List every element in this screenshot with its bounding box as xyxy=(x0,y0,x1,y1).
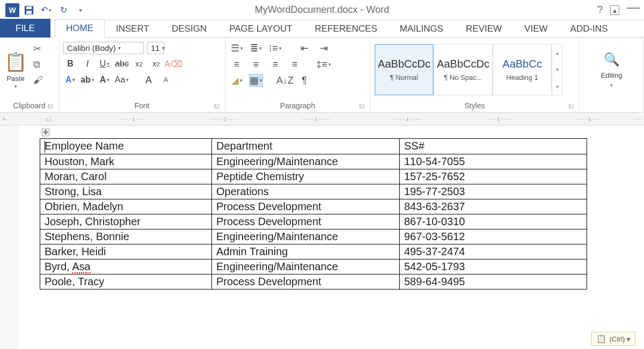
table-cell[interactable]: 589-64-9495 xyxy=(400,274,587,289)
table-cell[interactable]: Engineering/Maintenance xyxy=(212,229,400,244)
align-center-button[interactable]: ≡ xyxy=(249,58,263,71)
clear-formatting-icon[interactable]: A⌫ xyxy=(166,57,180,70)
table-cell[interactable]: Admin Training xyxy=(212,244,400,259)
table-cell[interactable]: 843-63-2637 xyxy=(400,199,587,214)
underline-button[interactable]: U xyxy=(98,57,112,70)
table-cell[interactable]: 495-37-2474 xyxy=(400,244,587,259)
style-heading-1[interactable]: AaBbCc Heading 1 xyxy=(493,44,552,95)
table-header-cell[interactable]: SS# xyxy=(400,139,587,154)
paragraph-launcher-icon[interactable]: ◱ xyxy=(358,102,365,110)
tab-page-layout[interactable]: PAGE LAYOUT xyxy=(218,20,303,38)
multilevel-list-button[interactable]: ⁝≡ xyxy=(268,42,282,55)
table-row[interactable]: Obrien, MadelynProcess Development843-63… xyxy=(40,199,587,214)
table-cell[interactable]: Peptide Chemistry xyxy=(212,169,400,184)
table-cell[interactable]: Moran, Carol xyxy=(40,169,212,184)
borders-button[interactable]: ▦ xyxy=(249,74,263,87)
font-size-combo[interactable]: 11▾ xyxy=(147,42,164,54)
justify-button[interactable]: ≡ xyxy=(288,58,302,71)
table-row[interactable]: Houston, MarkEngineering/Maintenance110-… xyxy=(40,154,587,169)
tab-file[interactable]: FILE xyxy=(0,19,50,38)
find-icon[interactable]: 🔍 xyxy=(604,52,620,67)
table-cell[interactable]: 157-25-7652 xyxy=(400,169,587,184)
styles-launcher-icon[interactable]: ◱ xyxy=(567,102,575,110)
tab-add-ins[interactable]: ADD-INS xyxy=(559,20,619,38)
tab-home[interactable]: HOME xyxy=(55,19,105,38)
decrease-indent-button[interactable]: ⇤ xyxy=(297,42,311,55)
undo-icon[interactable]: ↶ xyxy=(39,3,54,17)
table-row[interactable]: Poole, TracyProcess Development589-64-94… xyxy=(40,274,587,289)
sort-button[interactable]: A↓Z xyxy=(278,74,292,87)
table-header-cell[interactable]: Employee Name xyxy=(40,139,212,154)
tab-references[interactable]: REFERENCES xyxy=(304,20,389,38)
tab-insert[interactable]: INSERT xyxy=(105,20,160,38)
table-row[interactable]: Moran, CarolPeptide Chemistry157-25-7652 xyxy=(40,169,587,184)
font-name-combo[interactable]: Calibri (Body)▾ xyxy=(63,42,144,54)
redo-icon[interactable]: ↻ xyxy=(56,3,71,17)
align-left-button[interactable]: ≡ xyxy=(230,58,244,71)
qat-customize-icon[interactable]: ▾ xyxy=(73,3,88,17)
styles-gallery[interactable]: AaBbCcDc ¶ Normal AaBbCcDc ¶ No Spac... … xyxy=(375,40,562,100)
table-cell[interactable]: Process Development xyxy=(212,214,400,229)
employee-table[interactable]: Employee NameDepartmentSS#Houston, MarkE… xyxy=(40,138,587,289)
font-color-button[interactable]: A xyxy=(98,73,112,86)
table-cell[interactable]: Operations xyxy=(212,184,400,199)
table-cell[interactable]: Joseph, Christopher xyxy=(40,214,212,229)
vertical-ruler[interactable] xyxy=(0,125,18,349)
line-spacing-button[interactable]: ‡≡ xyxy=(317,58,331,71)
bold-button[interactable]: B xyxy=(63,57,77,70)
numbering-button[interactable]: ≣ xyxy=(249,42,263,55)
table-row[interactable]: Barker, HeidiAdmin Training495-37-2474 xyxy=(40,244,587,259)
strikethrough-button[interactable]: abc xyxy=(115,57,129,70)
horizontal-ruler[interactable]: ∟ ⌂ · · · · 1 · · · · · · · · 2 · · · · … xyxy=(0,113,644,125)
table-cell[interactable]: Process Development xyxy=(212,199,400,214)
cut-icon[interactable]: ✂ xyxy=(33,43,43,55)
shading-button[interactable]: ◢ xyxy=(230,74,244,87)
table-cell[interactable]: Engineering/Maintenance xyxy=(212,154,400,169)
table-move-handle-icon[interactable]: ✥ xyxy=(42,129,49,136)
paste-button[interactable]: 📋 Paste ▾ xyxy=(4,40,27,100)
table-cell[interactable]: 967-03-5612 xyxy=(400,229,587,244)
subscript-button[interactable]: x2 xyxy=(132,57,146,70)
style-normal[interactable]: AaBbCcDc ¶ Normal xyxy=(375,44,434,95)
increase-indent-button[interactable]: ⇥ xyxy=(317,42,331,55)
table-cell[interactable]: Byrd, Asa xyxy=(40,259,212,274)
tab-view[interactable]: VIEW xyxy=(513,20,559,38)
table-cell[interactable]: Engineering/Maintenance xyxy=(212,259,400,274)
table-cell[interactable]: 195-77-2503 xyxy=(400,184,587,199)
font-launcher-icon[interactable]: ◱ xyxy=(213,102,221,110)
copy-icon[interactable]: ⧉ xyxy=(33,59,43,70)
table-cell[interactable]: Obrien, Madelyn xyxy=(40,199,212,214)
ribbon-display-icon[interactable]: ▴ xyxy=(610,5,619,15)
align-right-button[interactable]: ≡ xyxy=(268,58,282,71)
italic-button[interactable]: I xyxy=(80,57,94,70)
table-row[interactable]: Strong, LisaOperations195-77-2503 xyxy=(40,184,587,199)
grow-font-button[interactable]: A xyxy=(142,73,156,86)
table-cell[interactable]: 542-05-1793 xyxy=(400,259,587,274)
style-no-spacing[interactable]: AaBbCcDc ¶ No Spac... xyxy=(434,44,493,95)
superscript-button[interactable]: x2 xyxy=(149,57,163,70)
table-cell[interactable]: Houston, Mark xyxy=(40,154,212,169)
table-row[interactable]: Byrd, AsaEngineering/Maintenance542-05-1… xyxy=(40,259,587,274)
format-painter-icon[interactable]: 🖌 xyxy=(33,75,43,86)
table-cell[interactable]: Barker, Heidi xyxy=(40,244,212,259)
tab-design[interactable]: DESIGN xyxy=(160,20,218,38)
styles-scroll[interactable]: ▴▾▾ xyxy=(552,44,562,95)
table-cell[interactable]: Process Development xyxy=(212,274,400,289)
highlight-button[interactable]: ab xyxy=(80,73,94,86)
table-cell[interactable]: 867-10-0310 xyxy=(400,214,587,229)
table-cell[interactable]: Poole, Tracy xyxy=(40,274,212,289)
save-icon[interactable] xyxy=(21,3,36,17)
paste-options-popup[interactable]: 📋 (Ctrl) ▾ xyxy=(591,332,636,346)
table-cell[interactable]: Stephens, Bonnie xyxy=(40,229,212,244)
tab-mailings[interactable]: MAILINGS xyxy=(389,20,455,38)
change-case-button[interactable]: Aa xyxy=(115,73,129,86)
document-page[interactable]: ✥ Employee NameDepartmentSS#Houston, Mar… xyxy=(18,125,644,349)
table-row[interactable]: Stephens, BonnieEngineering/Maintenance9… xyxy=(40,229,587,244)
table-cell[interactable]: 110-54-7055 xyxy=(400,154,587,169)
shrink-font-button[interactable]: A xyxy=(159,73,173,86)
help-icon[interactable]: ? xyxy=(597,4,603,16)
table-cell[interactable]: Strong, Lisa xyxy=(40,184,212,199)
clipboard-launcher-icon[interactable]: ◱ xyxy=(47,102,54,110)
table-header-cell[interactable]: Department xyxy=(212,139,400,154)
table-row[interactable]: Joseph, ChristopherProcess Development86… xyxy=(40,214,587,229)
